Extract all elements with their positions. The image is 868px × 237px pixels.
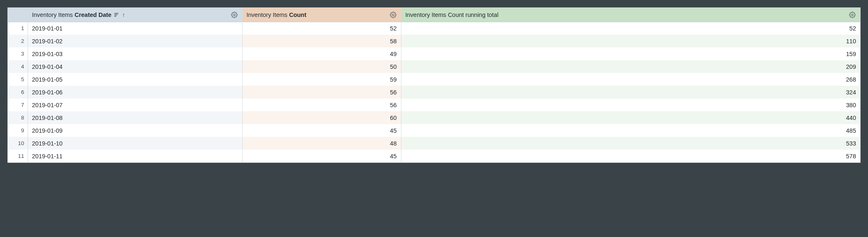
count-cell[interactable]: 45 <box>242 150 401 162</box>
running-total-cell[interactable]: 485 <box>401 124 860 137</box>
table-row: 82019-01-0860440 <box>8 111 860 124</box>
table-header-row: Inventory Items Created Date ↑ <box>8 8 860 22</box>
row-number-cell: 9 <box>8 124 28 137</box>
count-cell[interactable]: 48 <box>242 137 401 150</box>
date-cell[interactable]: 2019-01-04 <box>28 60 242 73</box>
column-menu-button-running-total[interactable] <box>849 11 856 19</box>
running-total-cell[interactable]: 159 <box>401 47 860 60</box>
date-cell[interactable]: 2019-01-05 <box>28 73 242 86</box>
column-header-created-date[interactable]: Inventory Items Created Date ↑ <box>28 8 242 22</box>
column-menu-button-date[interactable] <box>231 11 238 19</box>
row-number-cell: 10 <box>8 137 28 150</box>
row-number-cell: 2 <box>8 35 28 47</box>
column-header-count[interactable]: Inventory Items Count <box>242 8 401 22</box>
count-cell[interactable]: 58 <box>242 35 401 47</box>
running-total-cell[interactable]: 380 <box>401 99 860 111</box>
table-body: 12019-01-01525222019-01-025811032019-01-… <box>8 22 860 162</box>
row-number-cell: 8 <box>8 111 28 124</box>
row-number-cell: 1 <box>8 22 28 35</box>
svg-point-4 <box>392 14 394 16</box>
running-total-cell[interactable]: 578 <box>401 150 860 162</box>
date-cell[interactable]: 2019-01-01 <box>28 22 242 35</box>
row-number-cell: 7 <box>8 99 28 111</box>
row-number-cell: 5 <box>8 73 28 86</box>
running-total-cell[interactable]: 533 <box>401 137 860 150</box>
date-cell[interactable]: 2019-01-03 <box>28 47 242 60</box>
count-cell[interactable]: 49 <box>242 47 401 60</box>
date-cell[interactable]: 2019-01-11 <box>28 150 242 162</box>
table-row: 62019-01-0656324 <box>8 86 860 99</box>
data-table-panel: Inventory Items Created Date ↑ <box>7 7 861 163</box>
date-cell[interactable]: 2019-01-09 <box>28 124 242 137</box>
date-cell[interactable]: 2019-01-02 <box>28 35 242 47</box>
table-row: 72019-01-0756380 <box>8 99 860 111</box>
row-number-cell: 4 <box>8 60 28 73</box>
date-cell[interactable]: 2019-01-08 <box>28 111 242 124</box>
count-cell[interactable]: 59 <box>242 73 401 86</box>
column-label-created-date: Inventory Items Created Date <box>32 12 112 18</box>
running-total-cell[interactable]: 440 <box>401 111 860 124</box>
table-row: 92019-01-0945485 <box>8 124 860 137</box>
count-cell[interactable]: 56 <box>242 86 401 99</box>
column-header-rownum[interactable] <box>8 8 28 22</box>
count-cell[interactable]: 52 <box>242 22 401 35</box>
table-row: 52019-01-0559268 <box>8 73 860 86</box>
count-cell[interactable]: 50 <box>242 60 401 73</box>
svg-point-5 <box>851 14 853 16</box>
svg-point-3 <box>234 14 235 16</box>
column-label-count: Inventory Items Count <box>247 12 307 18</box>
table-row: 12019-01-015252 <box>8 22 860 35</box>
table-row: 102019-01-1048533 <box>8 137 860 150</box>
table-row: 32019-01-0349159 <box>8 47 860 60</box>
running-total-cell[interactable]: 268 <box>401 73 860 86</box>
running-total-cell[interactable]: 324 <box>401 86 860 99</box>
count-cell[interactable]: 60 <box>242 111 401 124</box>
column-label-running-total: Inventory Items Count running total <box>406 12 499 18</box>
count-cell[interactable]: 45 <box>242 124 401 137</box>
running-total-cell[interactable]: 209 <box>401 60 860 73</box>
column-menu-button-count[interactable] <box>389 11 397 19</box>
sort-indicator-icon <box>114 12 120 18</box>
row-number-cell: 3 <box>8 47 28 60</box>
data-table: Inventory Items Created Date ↑ <box>8 8 860 162</box>
table-row: 112019-01-1145578 <box>8 150 860 162</box>
column-header-running-total[interactable]: Inventory Items Count running total <box>401 8 860 22</box>
date-cell[interactable]: 2019-01-10 <box>28 137 242 150</box>
table-row: 42019-01-0450209 <box>8 60 860 73</box>
running-total-cell[interactable]: 52 <box>401 22 860 35</box>
date-cell[interactable]: 2019-01-07 <box>28 99 242 111</box>
row-number-cell: 6 <box>8 86 28 99</box>
count-cell[interactable]: 56 <box>242 99 401 111</box>
sort-direction-arrow-icon: ↑ <box>122 12 125 18</box>
running-total-cell[interactable]: 110 <box>401 35 860 47</box>
table-row: 22019-01-0258110 <box>8 35 860 47</box>
row-number-cell: 11 <box>8 150 28 162</box>
date-cell[interactable]: 2019-01-06 <box>28 86 242 99</box>
